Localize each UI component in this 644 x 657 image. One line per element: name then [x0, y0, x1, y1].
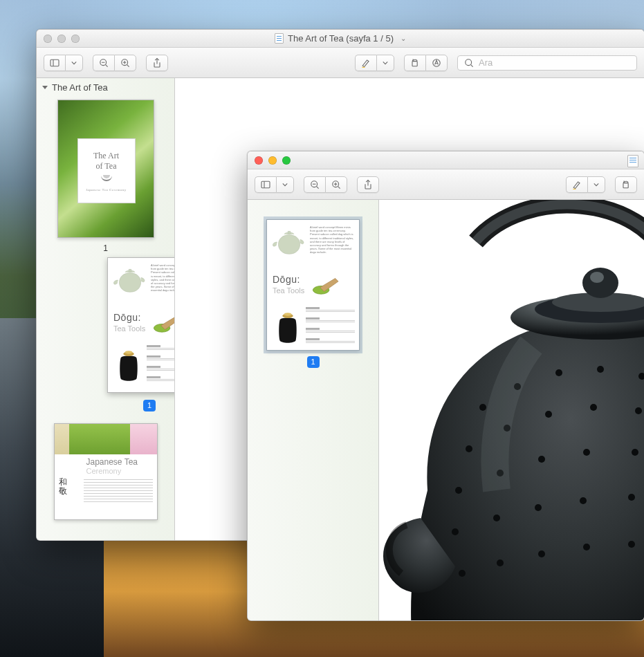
cover-title-line1: The Art	[93, 151, 119, 161]
document-proxy-icon[interactable]	[275, 33, 284, 44]
search-placeholder: Ara	[479, 57, 493, 68]
titlebar[interactable]	[248, 151, 644, 169]
svg-point-33	[590, 272, 604, 283]
window-title: The Art of Tea (sayfa 1 / 5) ⌄	[37, 33, 644, 44]
document-pane[interactable]	[379, 200, 644, 620]
svg-line-12	[470, 64, 472, 66]
chevron-down-icon	[279, 179, 291, 190]
zoom-out-button[interactable]	[304, 176, 325, 193]
dogu-title: Dōgu:	[113, 312, 141, 323]
zoom-out-icon	[98, 57, 109, 68]
dogu-title: Dōgu:	[273, 274, 300, 285]
jtc-title: Japanese Tea	[86, 457, 138, 467]
sidebar-toggle-button[interactable]	[255, 176, 276, 193]
highlighter-icon	[571, 179, 582, 190]
jtc-art: Japanese Tea Ceremony 和 敬	[55, 424, 157, 519]
svg-rect-9	[412, 61, 417, 66]
thumbnails-sidebar[interactable]: A brief word concept fifteen minis from …	[248, 200, 379, 620]
document-proxy-icon[interactable]	[627, 155, 638, 167]
svg-rect-0	[50, 59, 59, 66]
title-chevron-icon[interactable]: ⌄	[401, 35, 406, 42]
dogu-art: A brief word concept fifteen minis from …	[108, 258, 175, 392]
svg-point-58	[628, 541, 635, 548]
chevron-down-icon	[591, 179, 602, 190]
svg-point-41	[545, 411, 552, 418]
share-button[interactable]	[146, 55, 168, 71]
svg-point-44	[455, 487, 462, 494]
thumbnails-sidebar[interactable]: The Art of Tea The Art of Tea Japanese T…	[37, 78, 175, 540]
highlight-menu-button[interactable]	[587, 176, 605, 193]
toolbar: Ara	[37, 48, 644, 78]
page-thumbnail-3[interactable]: Japanese Tea Ceremony 和 敬	[54, 423, 158, 520]
dogu-art: A brief word concept fifteen minis from …	[267, 220, 359, 350]
zoom-out-icon	[309, 179, 320, 190]
minimize-button[interactable]	[268, 156, 277, 165]
search-field[interactable]: Ara	[457, 55, 637, 71]
svg-point-28	[284, 313, 292, 316]
sidebar-title[interactable]: The Art of Tea	[37, 78, 174, 97]
window-title-text: The Art of Tea (sayfa 1 / 5)	[288, 33, 394, 44]
sidebar-toggle-button[interactable]	[44, 55, 65, 71]
svg-line-3	[105, 64, 107, 66]
sidebar-menu-button[interactable]	[276, 176, 294, 193]
sidebar-icon	[260, 179, 271, 190]
svg-point-32	[582, 268, 618, 298]
dragged-page-thumbnail[interactable]: A brief word concept fifteen minis from …	[107, 257, 175, 393]
rotate-icon	[620, 179, 632, 190]
svg-point-56	[538, 550, 545, 557]
zoom-in-button[interactable]	[114, 55, 136, 71]
cover-art: The Art of Tea Japanese Tea Ceremony	[58, 100, 154, 237]
svg-point-11	[466, 59, 472, 65]
zoom-in-button[interactable]	[325, 176, 347, 193]
cup-icon	[101, 176, 112, 181]
preview-window-2[interactable]: A brief word concept fifteen minis from …	[247, 151, 644, 621]
rotate-button[interactable]	[615, 176, 637, 193]
svg-point-48	[632, 449, 638, 456]
svg-point-53	[628, 494, 635, 501]
zoom-out-button[interactable]	[93, 55, 114, 71]
dragged-page-badge: 1	[143, 400, 156, 411]
page-thumbnail-1[interactable]: A brief word concept fifteen minis from …	[266, 219, 360, 351]
rotate-icon	[410, 57, 421, 68]
svg-point-15	[125, 351, 133, 354]
svg-point-47	[583, 449, 590, 456]
svg-point-39	[466, 445, 472, 452]
zoom-button[interactable]	[71, 35, 80, 43]
markup-button[interactable]	[425, 55, 448, 71]
highlight-button[interactable]	[355, 55, 376, 71]
sidebar-icon	[49, 57, 60, 68]
sidebar-menu-button[interactable]	[65, 55, 83, 71]
cover-title-line2: of Tea	[96, 161, 117, 172]
svg-line-19	[316, 186, 318, 188]
highlight-menu-button[interactable]	[376, 55, 394, 71]
page-number-1: 1	[103, 243, 108, 253]
rotate-button[interactable]	[404, 55, 425, 71]
svg-line-6	[127, 64, 129, 66]
zoom-button[interactable]	[282, 156, 291, 165]
svg-rect-25	[623, 183, 628, 187]
svg-point-42	[590, 404, 597, 411]
svg-point-54	[459, 570, 466, 577]
chevron-down-icon	[380, 57, 391, 68]
titlebar[interactable]: The Art of Tea (sayfa 1 / 5) ⌄	[37, 30, 644, 48]
page-thumbnail-1[interactable]: The Art of Tea Japanese Tea Ceremony	[57, 100, 154, 238]
svg-point-50	[493, 515, 500, 521]
minimize-button[interactable]	[57, 35, 66, 43]
dogu-subtitle: Tea Tools	[273, 286, 304, 295]
search-icon	[463, 57, 475, 68]
close-button[interactable]	[255, 156, 263, 165]
page-badge-1: 1	[307, 356, 320, 368]
svg-point-57	[583, 544, 590, 550]
svg-point-34	[479, 404, 486, 411]
share-icon	[362, 179, 374, 190]
svg-rect-16	[261, 181, 270, 188]
cover-subtitle: Japanese Tea Ceremony	[86, 188, 127, 192]
toolbar	[248, 169, 644, 200]
jtc-subtitle: Ceremony	[86, 467, 122, 475]
close-button[interactable]	[44, 35, 52, 43]
teapot-image	[379, 200, 644, 620]
svg-point-52	[580, 497, 587, 504]
svg-line-22	[338, 186, 340, 188]
highlight-button[interactable]	[566, 176, 587, 193]
share-button[interactable]	[357, 176, 379, 193]
